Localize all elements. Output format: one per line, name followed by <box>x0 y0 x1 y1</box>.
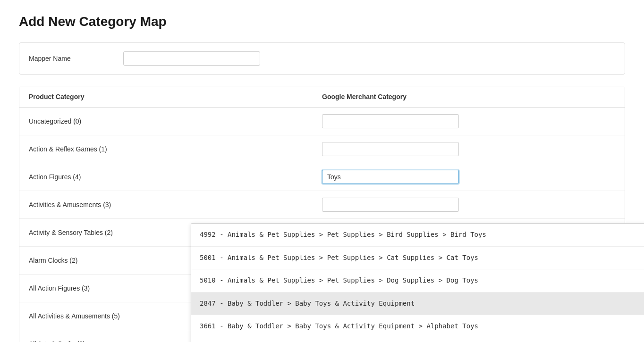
dropdown-item[interactable]: 4992 - Animals & Pet Supplies > Pet Supp… <box>191 224 644 247</box>
gmc-input-action-reflex[interactable] <box>322 142 459 156</box>
gmc-input-action-figures[interactable] <box>322 170 459 184</box>
product-category-label: Uncategorized (0) <box>29 117 322 125</box>
dropdown-item[interactable]: 5001 - Animals & Pet Supplies > Pet Supp… <box>191 247 644 270</box>
mapper-name-section: Mapper Name <box>19 42 625 75</box>
gmc-input-uncategorized[interactable] <box>322 114 459 128</box>
table-row: Uncategorized (0) <box>19 108 625 135</box>
gmc-dropdown: 4992 - Animals & Pet Supplies > Pet Supp… <box>191 223 644 342</box>
mapper-name-label: Mapper Name <box>29 55 123 62</box>
category-table: Product Category Google Merchant Categor… <box>19 86 625 342</box>
dropdown-item[interactable]: 7198 - Baby & Toddler > Baby Toys & Acti… <box>191 338 644 342</box>
product-category-label: Action & Reflex Games (1) <box>29 145 322 153</box>
gmc-input-activities[interactable] <box>322 198 459 212</box>
product-category-label: Action Figures (4) <box>29 173 322 181</box>
header-product-category: Product Category <box>29 93 322 100</box>
table-row: Action & Reflex Games (1) <box>19 135 625 163</box>
table-header: Product Category Google Merchant Categor… <box>19 86 625 108</box>
product-category-label: Activities & Amusements (3) <box>29 201 322 209</box>
mapper-name-input[interactable] <box>123 51 260 66</box>
table-row: Action Figures (4) <box>19 163 625 191</box>
page-container: Add New Category Map Mapper Name Product… <box>0 0 644 342</box>
dropdown-item[interactable]: 3661 - Baby & Toddler > Baby Toys & Acti… <box>191 315 644 338</box>
header-google-merchant-category: Google Merchant Category <box>322 93 615 100</box>
page-title: Add New Category Map <box>19 14 625 29</box>
dropdown-item[interactable]: 5010 - Animals & Pet Supplies > Pet Supp… <box>191 269 644 292</box>
dropdown-item-selected[interactable]: 2847 - Baby & Toddler > Baby Toys & Acti… <box>191 292 644 316</box>
table-row: Activities & Amusements (3) <box>19 191 625 219</box>
